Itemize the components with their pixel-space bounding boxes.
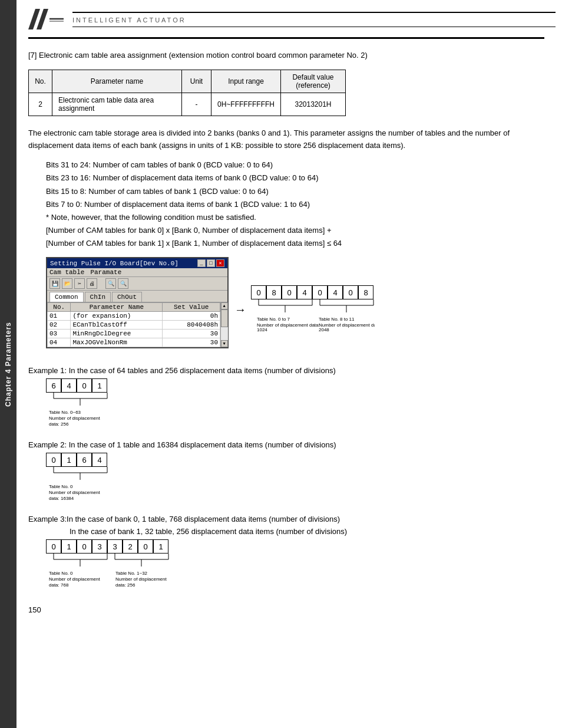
- svg-text:data: 768: data: 768: [49, 582, 69, 588]
- section-title: [7] Electronic cam table area assignment…: [28, 50, 544, 61]
- example-3-diagram: 0 1 0 3 3 2 0 1 Table N: [28, 539, 544, 594]
- titlebar-buttons: _ □ ✕: [197, 259, 224, 267]
- titlebar: Setting Pulse I/O Board[Dev No.0] _ □ ✕: [47, 258, 227, 268]
- bit-box-e2-3: 4: [92, 453, 107, 467]
- sw-row-name: ECanTblCastOff: [71, 321, 163, 330]
- sidebar-label: Chapter 4 Parameters: [4, 321, 12, 406]
- bit-box-e3-3: 3: [92, 539, 107, 554]
- row-default: 32013201H: [280, 93, 345, 116]
- tab-chout[interactable]: ChOut: [112, 292, 142, 302]
- toolbar-zoom-in[interactable]: 🔍: [105, 278, 116, 289]
- toolbar-open[interactable]: 📂: [62, 278, 72, 289]
- window-diagram-row: Setting Pulse I/O Board[Dev No.0] _ □ ✕ …: [28, 250, 544, 355]
- bit-box-5: 4: [328, 285, 343, 299]
- bit-line-6: [Number of CAM tables for bank 1] x [Ban…: [46, 237, 544, 250]
- toolbar-save[interactable]: 💾: [49, 278, 60, 289]
- bit-box-e3-2: 0: [77, 539, 92, 554]
- bit-box-3: 4: [297, 285, 312, 299]
- bit-line-4: * Note, however, that the following cond…: [46, 211, 544, 224]
- svg-text:Number of displacement: Number of displacement: [49, 490, 100, 495]
- row-unit: -: [182, 93, 211, 116]
- close-button[interactable]: ✕: [216, 259, 224, 267]
- col-name: Parameter name: [52, 70, 182, 93]
- main-content: INTELLIGENT ACTUATOR [7] Electronic cam …: [16, 0, 562, 632]
- example-2: Example 2: In the case of 1 table and 16…: [28, 440, 544, 504]
- bit-box-e3-6: 0: [138, 539, 153, 554]
- menu-cam-table[interactable]: Cam table: [49, 269, 84, 276]
- col-unit: Unit: [182, 70, 211, 93]
- example-3-title1: Example 3:In the case of bank 0, 1 table…: [28, 515, 544, 523]
- row-name: Electronic cam table data areaassignment: [52, 93, 182, 116]
- sw-param-table: No. Parameter Name Set Value 01 (for exp…: [47, 302, 220, 347]
- example-3-title2: In the case of bank 1, 32 table, 256 dis…: [70, 527, 544, 536]
- table-wrap: No. Parameter Name Set Value 01 (for exp…: [47, 302, 227, 347]
- sw-col-no: No.: [48, 303, 71, 312]
- example-3-svg: Table No. 0 Number of displacement data:…: [46, 554, 181, 592]
- page-number: 150: [28, 605, 544, 614]
- example-2-boxes: 0 1 6 4: [46, 453, 544, 467]
- bit-box-1: 8: [266, 285, 282, 299]
- maximize-button[interactable]: □: [207, 259, 215, 267]
- sw-row-name: MaxJOGVelNonRm: [71, 338, 163, 347]
- bit-box-e3-1: 1: [61, 539, 77, 554]
- sw-row-name: MinRngDclDegree: [71, 330, 163, 338]
- bit-box-6: 0: [343, 285, 358, 299]
- sw-row-name: (for expansion): [71, 312, 163, 321]
- svg-text:Table No. 1~32: Table No. 1~32: [115, 571, 148, 576]
- sw-row-no: 03: [48, 330, 71, 338]
- scrollbar[interactable]: ▲ ▼: [220, 302, 227, 347]
- toolbar-zoom-out[interactable]: 🔍: [118, 278, 128, 289]
- bit-line-1: Bits 23 to 16: Number of displacement da…: [46, 172, 544, 185]
- row-range: 0H~FFFFFFFFFH: [211, 93, 281, 116]
- tab-content: No. Parameter Name Set Value 01 (for exp…: [47, 302, 227, 347]
- bits-list: Bits 31 to 24: Number of cam tables of b…: [46, 159, 544, 250]
- example-2-title: Example 2: In the case of 1 table and 16…: [28, 440, 544, 449]
- tab-chin[interactable]: ChIn: [85, 292, 111, 302]
- bit-box-e3-7: 1: [153, 539, 168, 554]
- sw-row-val: 0h: [163, 312, 220, 321]
- sw-table-row: 01 (for expansion) 0h: [48, 312, 220, 321]
- bit-box-e3-0: 0: [46, 539, 61, 554]
- bit-box-4: 0: [312, 285, 328, 299]
- software-window: Setting Pulse I/O Board[Dev No.0] _ □ ✕ …: [46, 257, 229, 348]
- tab-common[interactable]: Common: [49, 292, 84, 302]
- bit-line-2: Bits 15 to 8: Number of cam tables of ba…: [46, 185, 544, 198]
- bit-box-0: 0: [251, 285, 266, 299]
- bit-box-e1-1: 4: [61, 378, 77, 393]
- toolbar-cut[interactable]: ✂: [74, 278, 85, 289]
- example-1-diagram: 6 4 0 1 Table No. 0~63 Number of displac…: [28, 378, 544, 430]
- example-1-svg: Table No. 0~63 Number of displacement da…: [46, 393, 164, 428]
- minimize-button[interactable]: _: [197, 259, 206, 267]
- sw-table-row: 04 MaxJOGVelNonRm 30: [48, 338, 220, 347]
- scroll-track: [221, 309, 228, 340]
- svg-text:2048: 2048: [319, 327, 329, 332]
- svg-text:Number of displacement: Number of displacement: [115, 577, 167, 582]
- toolbar-print[interactable]: 🖨: [87, 278, 97, 289]
- sw-table-row: 03 MinRngDclDegree 30: [48, 330, 220, 338]
- scroll-thumb[interactable]: [221, 309, 228, 327]
- scroll-down-button[interactable]: ▼: [221, 340, 228, 347]
- page-header: INTELLIGENT ACTUATOR: [28, 6, 544, 39]
- sw-row-no: 02: [48, 321, 71, 330]
- parameter-table: No. Parameter name Unit Input range Defa…: [28, 70, 346, 116]
- arrow-icon: →: [234, 303, 246, 317]
- bit-boxes-row: 0 8 0 4 0 4 0 8: [251, 285, 375, 299]
- sw-col-val: Set Value: [163, 303, 220, 312]
- col-no: No.: [29, 70, 52, 93]
- arrow-diagram: → 0 8 0 4 0 4 0 8: [234, 285, 375, 334]
- row-no: 2: [29, 93, 52, 116]
- svg-text:Table No. 0: Table No. 0: [49, 571, 73, 576]
- main-bit-diagram: 0 8 0 4 0 4 0 8: [251, 285, 375, 334]
- bit-line-3: Bits 7 to 0: Number of displacement data…: [46, 198, 544, 211]
- bit-box-e2-1: 1: [61, 453, 77, 467]
- svg-text:1024: 1024: [257, 327, 267, 332]
- logo: [28, 6, 64, 32]
- scroll-up-button[interactable]: ▲: [221, 302, 228, 309]
- col-default: Default value(reference): [280, 70, 345, 93]
- window-title: Setting Pulse I/O Board[Dev No.0]: [50, 260, 178, 267]
- menu-paramate[interactable]: Paramate: [90, 269, 121, 276]
- tab-bar: Common ChIn ChOut: [47, 291, 227, 302]
- sw-row-val: 30: [163, 338, 220, 347]
- bit-box-e1-2: 0: [77, 378, 92, 393]
- example-3: Example 3:In the case of bank 0, 1 table…: [28, 515, 544, 594]
